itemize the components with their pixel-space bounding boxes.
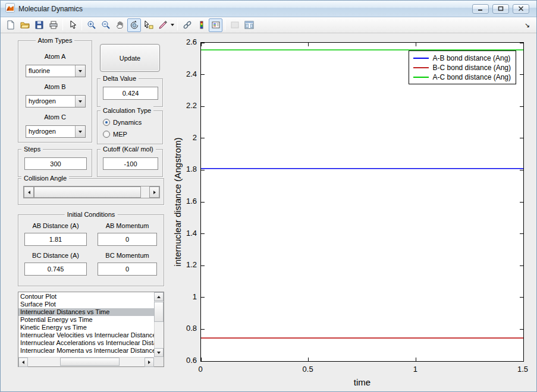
pan-button[interactable] <box>113 18 127 32</box>
list-item[interactable]: Internuclear Distances vs Time <box>18 308 154 316</box>
close-icon <box>518 6 524 11</box>
print-figure-button[interactable] <box>46 18 60 32</box>
atom-c-dropdown-button[interactable] <box>75 126 85 137</box>
toolbar-separator <box>81 20 82 30</box>
atom-a-value: fluorine <box>26 65 75 77</box>
atom-b-select[interactable]: hydrogen <box>26 95 86 108</box>
bc-distance-input[interactable]: 0.745 <box>24 263 87 276</box>
edit-plot-arrow-icon <box>68 20 77 30</box>
rotate-3d-button[interactable] <box>127 18 141 32</box>
atom-a-select[interactable]: fluorine <box>26 65 86 77</box>
brush-dropdown-button[interactable] <box>169 18 175 32</box>
minimize-button[interactable] <box>472 4 489 14</box>
collision-angle-slider[interactable] <box>23 186 160 198</box>
scroll-right-button[interactable] <box>145 358 154 367</box>
save-figure-button[interactable] <box>32 18 46 32</box>
zoom-in-icon <box>87 20 96 30</box>
cutoff-input[interactable]: -100 <box>103 157 158 170</box>
steps-panel: Steps 300 <box>18 149 92 177</box>
scroll-up-button[interactable] <box>154 292 164 301</box>
atom-a-dropdown-button[interactable] <box>75 65 85 77</box>
chevron-down-icon <box>78 70 82 72</box>
slider-right-button[interactable] <box>149 186 159 198</box>
data-cursor-button[interactable] <box>142 18 155 32</box>
hide-plot-tools-button[interactable] <box>228 18 241 32</box>
slider-left-button[interactable] <box>24 186 34 198</box>
vertical-scroll-thumb[interactable] <box>154 302 164 322</box>
x-tick-label: 0 <box>186 365 215 374</box>
link-plot-button[interactable] <box>180 18 194 32</box>
title-bar[interactable]: Molecular Dynamics <box>1 1 536 17</box>
delta-value-input[interactable]: 0.424 <box>103 87 158 100</box>
atom-b-dropdown-button[interactable] <box>75 96 85 107</box>
x-tick-label: 1.5 <box>508 365 537 374</box>
cutoff-panel-title: Cutoff (Kcal/ mol) <box>101 145 156 153</box>
arrow-left-icon <box>28 191 30 194</box>
arrow-left-icon <box>22 361 24 364</box>
list-item[interactable]: Internuclear Accelerations vs Internucle… <box>18 339 154 347</box>
toolbar-overflow-icon[interactable]: ↘ <box>525 21 533 29</box>
scroll-left-button[interactable] <box>18 358 28 367</box>
arrow-down-icon <box>157 352 161 354</box>
new-figure-button[interactable] <box>4 18 17 32</box>
y-axis-label: internuclear distance (Angstrom) <box>172 138 183 267</box>
plot-area[interactable]: A-B bond distance (Ang)B-C bond distance… <box>200 42 524 362</box>
list-item[interactable]: Internuclear Momenta vs Internuclear Dis… <box>18 347 154 355</box>
radio-dynamics[interactable]: Dynamics <box>103 119 142 126</box>
update-button[interactable]: Update <box>100 44 160 72</box>
scroll-down-button[interactable] <box>154 348 164 357</box>
legend-line-sample <box>413 67 429 68</box>
open-file-button[interactable] <box>18 18 32 32</box>
plot-legend[interactable]: A-B bond distance (Ang)B-C bond distance… <box>409 50 516 84</box>
list-item[interactable]: Internuclear Velocities vs Internuclear … <box>18 331 154 339</box>
radio-mep[interactable]: MEP <box>103 131 127 138</box>
save-figure-icon <box>34 20 44 30</box>
collision-angle-panel-title: Collision Angle <box>21 174 69 182</box>
steps-input[interactable]: 300 <box>24 157 87 170</box>
toolbar-separator <box>225 20 225 30</box>
insert-legend-button[interactable] <box>209 18 222 32</box>
slider-thumb[interactable] <box>34 186 141 198</box>
legend-line-sample <box>413 58 429 59</box>
list-item[interactable]: Surface Plot <box>18 301 154 308</box>
ab-momentum-input[interactable]: 0 <box>98 233 157 246</box>
window-title: Molecular Dynamics <box>18 5 83 13</box>
steps-panel-title: Steps <box>21 145 43 153</box>
ab-distance-input[interactable]: 1.81 <box>24 233 87 246</box>
atom-c-select[interactable]: hydrogen <box>26 125 86 138</box>
list-item[interactable]: Contour Plot <box>18 293 154 301</box>
bc-momentum-input[interactable]: 0 <box>98 263 157 276</box>
brush-button[interactable] <box>156 18 169 32</box>
radio-selected-icon <box>103 119 110 126</box>
horizontal-scroll-thumb[interactable] <box>60 358 120 366</box>
edit-plot-button[interactable] <box>65 18 79 32</box>
zoom-in-button[interactable] <box>84 18 98 32</box>
insert-legend-icon <box>211 20 221 30</box>
legend-entry: B-C bond distance (Ang) <box>413 63 511 72</box>
list-item[interactable]: Kinetic Energy vs Time <box>18 324 154 331</box>
plot-type-listbox[interactable]: Contour PlotSurface PlotInternuclear Dis… <box>18 292 164 367</box>
show-plot-tools-button[interactable] <box>242 18 256 32</box>
y-tick-label: 2.6 <box>169 37 197 46</box>
vertical-scrollbar[interactable] <box>154 292 164 357</box>
y-tick-label: 0.6 <box>169 356 197 365</box>
zoom-out-button[interactable] <box>99 18 112 32</box>
y-tick-label: 1 <box>169 292 197 301</box>
legend-label: A-B bond distance (Ang) <box>433 54 511 62</box>
close-button[interactable] <box>513 4 529 14</box>
atom-c-label: Atom C <box>18 113 92 121</box>
maximize-button[interactable] <box>492 4 509 14</box>
insert-colorbar-button[interactable] <box>194 18 208 32</box>
app-window: Molecular Dynamics <box>0 0 537 392</box>
atom-b-label: Atom B <box>18 83 92 90</box>
bc-distance-label: BC Distance (A) <box>24 252 87 259</box>
horizontal-scrollbar[interactable] <box>18 357 154 366</box>
list-item[interactable]: Potential Energy vs Time <box>18 316 154 324</box>
figure-canvas: Atom Types Atom A fluorine Atom B hydrog… <box>1 33 536 391</box>
x-tick-label: 1 <box>400 365 430 374</box>
initial-conditions-panel-title: Initial Conditions <box>65 210 118 219</box>
window-controls <box>472 4 532 14</box>
delta-value-panel-title: Delta Value <box>101 74 139 83</box>
matlab-logo-icon <box>5 3 15 15</box>
minimize-icon <box>478 6 483 11</box>
